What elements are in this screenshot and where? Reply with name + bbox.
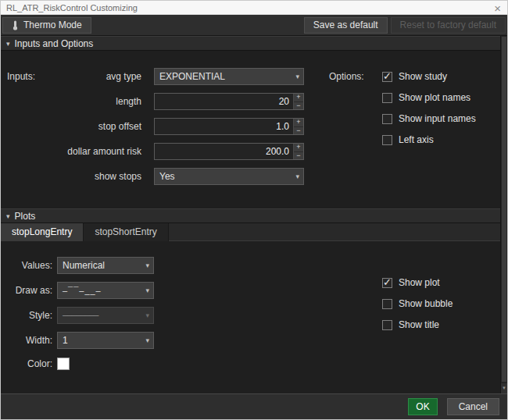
dollar-amount-risk-spinner-buttons: + − — [293, 144, 303, 159]
checkbox-label: Show plot — [399, 277, 440, 288]
save-as-default-label: Save as default — [313, 20, 378, 30]
draw-as-value: –¯¯–__– — [63, 286, 102, 295]
show-stops-value: Yes — [159, 171, 175, 182]
stop-offset-value: 1.0 — [155, 119, 293, 134]
footer-bar: OK Cancel — [1, 393, 507, 419]
scroll-down-button[interactable]: ▼ — [501, 383, 507, 393]
color-label: Color: — [1, 355, 52, 372]
close-icon[interactable]: × — [494, 1, 501, 15]
draw-as-dropdown[interactable]: –¯¯–__– ▾ — [57, 282, 154, 299]
tab-label: stopLongEntry — [12, 226, 72, 237]
show-stops-label: show stops — [1, 168, 148, 185]
chevron-down-icon: ▾ — [141, 287, 149, 294]
decrement-icon[interactable]: − — [294, 152, 303, 160]
tab-stop-long-entry[interactable]: stopLongEntry — [1, 223, 84, 241]
checkbox-icon — [382, 114, 392, 124]
cancel-button[interactable]: Cancel — [447, 398, 499, 415]
chevron-down-icon: ▾ — [141, 336, 149, 344]
show-plot-names-checkbox[interactable]: Show plot names — [382, 92, 470, 103]
scrollbar-thumb[interactable] — [502, 37, 506, 382]
thermometer-icon — [12, 20, 19, 30]
stop-offset-input[interactable]: 1.0 + − — [154, 118, 304, 135]
customizing-dialog: RL_ATR_RiskControl Customizing × Thermo … — [0, 0, 508, 420]
inputs-options-section-header[interactable]: ▾ Inputs and Options — [1, 36, 500, 51]
tab-stop-short-entry[interactable]: stopShortEntry — [84, 223, 168, 241]
increment-icon[interactable]: + — [294, 144, 303, 152]
chevron-down-icon: ▾ — [141, 262, 149, 269]
thermo-mode-label: Thermo Mode — [23, 20, 82, 30]
width-value: 1 — [63, 335, 68, 346]
stop-offset-spinner-buttons: + − — [293, 119, 303, 134]
show-study-checkbox[interactable]: Show study — [382, 71, 447, 82]
color-swatch[interactable] — [57, 358, 70, 370]
values-value: Numerical — [63, 260, 105, 271]
checkbox-label: Show plot names — [399, 92, 470, 103]
style-label: Style: — [1, 307, 52, 324]
checkbox-label: Left axis — [399, 134, 434, 145]
dollar-amount-risk-value: 200.0 — [155, 144, 293, 159]
show-bubble-checkbox[interactable]: Show bubble — [382, 298, 453, 309]
style-value: –––––––– — [63, 310, 98, 321]
tab-label: stopShortEntry — [95, 226, 156, 237]
chevron-down-icon: ▾ — [291, 173, 299, 180]
scrollbar[interactable]: ▼ — [500, 36, 507, 393]
left-axis-checkbox[interactable]: Left axis — [382, 134, 434, 145]
checkbox-label: Show study — [399, 71, 447, 82]
checkbox-icon — [382, 278, 392, 288]
avg-type-label: avg type — [1, 68, 148, 85]
avg-type-value: EXPONENTIAL — [159, 71, 225, 82]
chevron-down-icon: ▾ — [291, 73, 299, 80]
checkbox-icon — [382, 135, 392, 145]
decrement-icon[interactable]: − — [294, 127, 303, 135]
checkbox-icon — [382, 72, 392, 82]
collapse-arrow-icon: ▾ — [6, 212, 10, 220]
stop-offset-label: stop offset — [1, 118, 148, 135]
ok-button[interactable]: OK — [408, 398, 437, 415]
checkbox-icon — [382, 320, 392, 330]
show-input-names-checkbox[interactable]: Show input names — [382, 113, 476, 124]
window-title: RL_ATR_RiskControl Customizing — [6, 3, 138, 12]
values-dropdown[interactable]: Numerical ▾ — [57, 257, 154, 274]
collapse-arrow-icon: ▾ — [6, 40, 10, 48]
plots-section-title: Plots — [15, 211, 36, 222]
avg-type-dropdown[interactable]: EXPONENTIAL ▾ — [154, 68, 304, 85]
dollar-amount-risk-label: dollar amount risk — [1, 143, 148, 160]
style-dropdown: –––––––– ▾ — [57, 307, 154, 324]
save-as-default-button[interactable]: Save as default — [304, 17, 388, 34]
values-label: Values: — [1, 257, 52, 274]
thermo-mode-button[interactable]: Thermo Mode — [2, 17, 91, 34]
increment-icon[interactable]: + — [294, 119, 303, 127]
reset-factory-default-label: Reset to factory default — [400, 20, 496, 30]
inputs-options-section-title: Inputs and Options — [15, 38, 94, 49]
length-label: length — [1, 93, 148, 110]
toolbar: Thermo Mode Save as default Reset to fac… — [1, 15, 507, 36]
show-plot-checkbox[interactable]: Show plot — [382, 277, 440, 288]
show-title-checkbox[interactable]: Show title — [382, 319, 439, 330]
checkbox-icon — [382, 93, 392, 103]
checkbox-label: Show bubble — [399, 298, 453, 309]
show-stops-dropdown[interactable]: Yes ▾ — [154, 168, 304, 185]
plot-tabs: stopLongEntry stopShortEntry — [1, 223, 500, 241]
width-label: Width: — [1, 332, 52, 349]
chevron-down-icon: ▾ — [141, 311, 149, 319]
checkbox-label: Show input names — [399, 113, 476, 124]
checkbox-icon — [382, 299, 392, 309]
titlebar: RL_ATR_RiskControl Customizing × — [1, 1, 507, 15]
length-input[interactable]: 20 + − — [154, 93, 304, 110]
dollar-amount-risk-input[interactable]: 200.0 + − — [154, 143, 304, 160]
length-value: 20 — [155, 94, 293, 109]
increment-icon[interactable]: + — [294, 94, 303, 102]
checkbox-label: Show title — [399, 319, 439, 330]
options-group-label: Options: — [329, 68, 364, 85]
draw-as-label: Draw as: — [1, 282, 52, 299]
plots-section-header[interactable]: ▾ Plots — [1, 208, 500, 223]
length-spinner-buttons: + − — [293, 94, 303, 109]
reset-factory-default-button: Reset to factory default — [391, 17, 506, 34]
width-dropdown[interactable]: 1 ▾ — [57, 332, 154, 349]
scroll-down-icon: ▼ — [502, 386, 506, 390]
decrement-icon[interactable]: − — [294, 102, 303, 110]
